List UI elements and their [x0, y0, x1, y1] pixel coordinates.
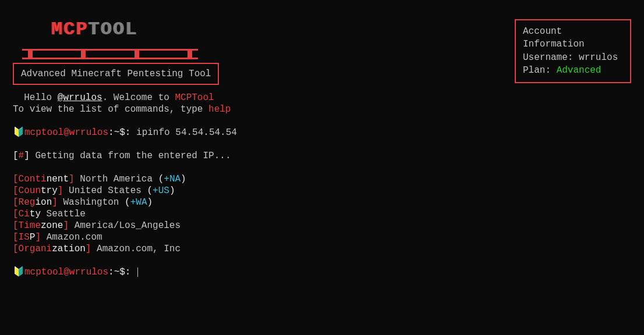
prompt-line-ready[interactable]: 🔰mcptool@wrrulos:~$: — [13, 266, 237, 278]
status-line: [#] Getting data from the entered IP... — [13, 150, 237, 162]
username-label: Username: — [523, 52, 573, 63]
terminal-output: Hello @wrrulos. Welcome to MCPTool To vi… — [13, 92, 237, 278]
org-row: [Organization] Amazon.com, Inc — [13, 243, 237, 255]
account-info-box: Account Information Username: wrrulos Pl… — [515, 19, 631, 83]
continent-row: [Continent] North America (+NA) — [13, 173, 237, 185]
timezone-row: [Timezone] America/Los_Angeles — [13, 220, 237, 231]
continent-code: +NA — [164, 174, 181, 184]
welcome-line2: To view the list of commands, type help — [13, 104, 237, 115]
prompt-icon: 🔰 — [13, 266, 24, 278]
command-input[interactable]: ipinfo 54.54.54.54 — [136, 127, 237, 138]
prompt-user: mcptool — [24, 127, 63, 138]
logo-part-tool: TOOL — [89, 19, 138, 40]
plan-label: Plan: — [523, 65, 551, 76]
prompt-host: wrrulos — [69, 267, 108, 277]
logo-divider — [22, 49, 198, 59]
subtitle-text: Advanced Minecraft Pentesting Tool — [21, 69, 211, 79]
region-code: +WA — [130, 197, 147, 208]
country-row: [Country] United States (+US) — [13, 185, 237, 197]
user-handle: @wrrulos — [58, 92, 102, 103]
username-value: wrrulos — [579, 52, 618, 63]
welcome-line1: Hello @wrrulos. Welcome to MCPTool — [13, 92, 237, 104]
help-command: help — [208, 104, 231, 115]
logo-part-mcp: MCP — [51, 19, 89, 40]
city-row: [City Seattle — [13, 208, 237, 220]
cursor-icon — [137, 268, 138, 277]
tool-name: MCPTool — [175, 92, 214, 103]
region-row: [Region] Washington (+WA) — [13, 197, 237, 208]
isp-row: [ISP] Amazon.com — [13, 231, 237, 243]
prompt-icon: 🔰 — [13, 127, 24, 138]
prompt-user: mcptool — [24, 267, 63, 277]
subtitle-box: Advanced Minecraft Pentesting Tool — [13, 63, 219, 85]
status-hash: # — [19, 151, 24, 161]
app-logo: MCPTOOL — [51, 19, 137, 40]
country-code: +US — [153, 186, 169, 196]
account-header: Account Information — [523, 25, 623, 51]
plan-value: Advanced — [557, 65, 601, 76]
prompt-line: 🔰mcptool@wrrulos:~$: ipinfo 54.54.54.54 — [13, 127, 237, 138]
prompt-host: wrrulos — [69, 127, 108, 138]
